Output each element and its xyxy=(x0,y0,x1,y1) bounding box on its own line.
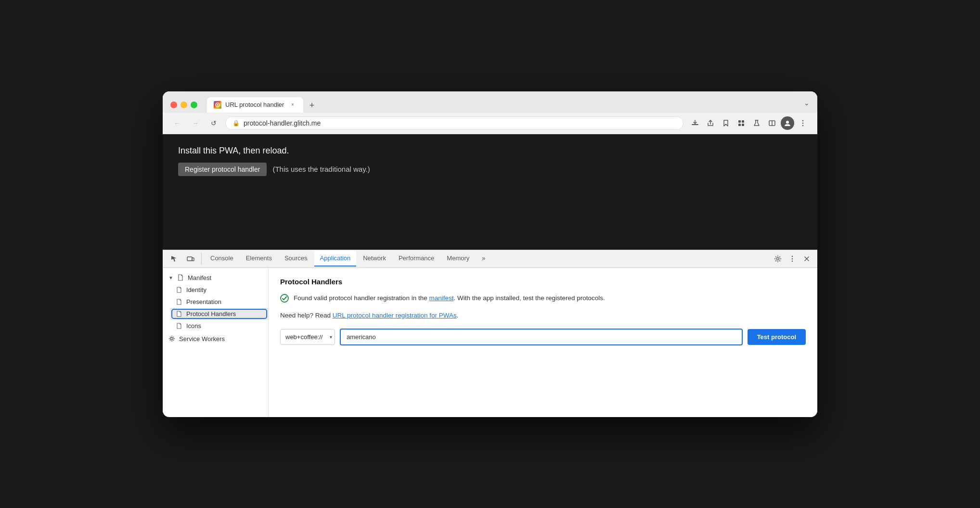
share-icon[interactable] xyxy=(704,116,717,130)
manifest-section: ▼ Manifest Identity xyxy=(163,272,268,332)
tab-application[interactable]: Application xyxy=(314,251,357,267)
tab-network[interactable]: Network xyxy=(357,251,392,267)
svg-rect-1 xyxy=(692,124,698,125)
toolbar-icons xyxy=(688,116,810,130)
extensions-icon[interactable] xyxy=(735,116,748,130)
svg-rect-3 xyxy=(742,120,744,123)
svg-rect-2 xyxy=(738,120,741,123)
help-text-after: . xyxy=(457,312,459,319)
bookmark-icon[interactable] xyxy=(719,116,733,130)
protocol-select[interactable]: web+coffee:// xyxy=(280,329,335,345)
address-text: protocol-handler.glitch.me xyxy=(244,119,676,127)
register-note: (This uses the traditional way.) xyxy=(272,165,370,173)
presentation-document-icon xyxy=(176,299,182,305)
success-check-icon xyxy=(280,294,289,305)
download-icon[interactable] xyxy=(688,116,702,130)
protocol-handlers-document-icon xyxy=(176,311,182,317)
lock-icon: 🔒 xyxy=(232,120,240,127)
sidebar-item-protocol-handlers[interactable]: Protocol Handlers xyxy=(170,308,268,320)
help-text-before: Need help? Read xyxy=(280,312,333,319)
tab-console[interactable]: Console xyxy=(205,251,239,267)
icons-document-icon xyxy=(176,323,182,329)
sidebar-item-presentation[interactable]: Presentation xyxy=(170,296,268,308)
sidebar-item-service-workers[interactable]: Service Workers xyxy=(163,333,268,345)
success-row: Found valid protocol handler registratio… xyxy=(280,293,806,305)
svg-point-9 xyxy=(786,121,789,124)
manifest-link[interactable]: manifest xyxy=(429,294,453,302)
devtools-close-icon[interactable] xyxy=(800,252,813,266)
service-workers-gear-icon xyxy=(168,335,175,342)
sidebar-item-identity[interactable]: Identity xyxy=(170,284,268,296)
success-text-after: . With the app installed, test the regis… xyxy=(453,294,605,302)
svg-point-15 xyxy=(777,257,779,260)
tab-bar: URL protocol handler × + xyxy=(207,97,798,113)
minimize-button[interactable] xyxy=(181,102,187,108)
protocol-input[interactable] xyxy=(340,329,743,345)
tab-dropdown-button[interactable]: ⌄ xyxy=(804,99,810,111)
sidebar-manifest-header[interactable]: ▼ Manifest xyxy=(163,272,268,284)
devtools-main: Protocol Handlers Found valid protocol h… xyxy=(269,268,817,417)
success-text-before: Found valid protocol handler registratio… xyxy=(294,294,429,302)
svg-point-11 xyxy=(802,122,803,123)
devtools: Console Elements Sources Application Net… xyxy=(163,250,817,417)
page-content: Install this PWA, then reload. Register … xyxy=(163,134,817,250)
caret-down-icon: ▼ xyxy=(168,275,173,280)
address-bar: ← → ↺ 🔒 protocol-handler.glitch.me xyxy=(163,113,817,134)
icons-label: Icons xyxy=(186,322,201,330)
labs-icon[interactable] xyxy=(750,116,763,130)
service-workers-label: Service Workers xyxy=(179,335,225,343)
help-row: Need help? Read URL protocol handler reg… xyxy=(280,312,806,319)
svg-point-19 xyxy=(171,338,173,340)
presentation-label: Presentation xyxy=(186,298,221,305)
devtools-settings-icon[interactable] xyxy=(771,252,785,266)
new-tab-button[interactable]: + xyxy=(305,99,319,113)
help-link[interactable]: URL protocol handler registration for PW… xyxy=(333,312,457,319)
back-button[interactable]: ← xyxy=(170,116,184,130)
devtools-body: ▼ Manifest Identity xyxy=(163,268,817,417)
devtools-kebab-icon[interactable] xyxy=(786,252,799,266)
svg-rect-13 xyxy=(187,257,192,261)
split-screen-icon[interactable] xyxy=(765,116,779,130)
forward-button[interactable]: → xyxy=(189,116,202,130)
tab-elements[interactable]: Elements xyxy=(240,251,278,267)
svg-point-10 xyxy=(802,120,803,121)
browser-window: URL protocol handler × + ⌄ ← → ↺ 🔒 proto… xyxy=(163,91,817,417)
profile-avatar[interactable] xyxy=(781,116,794,130)
svg-point-16 xyxy=(792,255,793,256)
manifest-label: Manifest xyxy=(188,274,211,281)
success-text: Found valid protocol handler registratio… xyxy=(294,293,605,303)
menu-icon[interactable] xyxy=(796,116,810,130)
document-icon xyxy=(177,274,184,281)
register-protocol-button[interactable]: Register protocol handler xyxy=(178,163,267,176)
tab-memory[interactable]: Memory xyxy=(441,251,475,267)
active-tab[interactable]: URL protocol handler × xyxy=(207,97,303,113)
tab-more[interactable]: » xyxy=(476,251,491,267)
address-input-wrapper[interactable]: 🔒 protocol-handler.glitch.me xyxy=(225,116,683,130)
svg-point-18 xyxy=(792,260,793,261)
device-toggle-icon[interactable] xyxy=(183,250,198,267)
reload-button[interactable]: ↺ xyxy=(207,116,220,130)
svg-rect-4 xyxy=(738,124,741,126)
tab-title: URL protocol handler xyxy=(225,101,285,108)
tab-sources[interactable]: Sources xyxy=(279,251,313,267)
svg-point-17 xyxy=(792,258,793,259)
panel-title: Protocol Handlers xyxy=(280,278,806,286)
tab-close-button[interactable]: × xyxy=(289,101,297,109)
close-button[interactable] xyxy=(170,102,177,108)
title-bar: URL protocol handler × + ⌄ xyxy=(163,91,817,113)
svg-rect-14 xyxy=(192,258,194,261)
tab-performance[interactable]: Performance xyxy=(393,251,440,267)
identity-label: Identity xyxy=(186,286,206,293)
tab-divider xyxy=(201,253,202,265)
devtools-sidebar: ▼ Manifest Identity xyxy=(163,268,269,417)
devtools-tabs: Console Elements Sources Application Net… xyxy=(163,250,817,268)
inspect-element-icon[interactable] xyxy=(167,250,182,267)
protocol-test-row: web+coffee:// ▾ Test protocol xyxy=(280,329,806,345)
traffic-lights xyxy=(170,102,197,108)
pwa-message: Install this PWA, then reload. xyxy=(178,146,802,156)
tab-favicon xyxy=(214,101,221,109)
test-protocol-button[interactable]: Test protocol xyxy=(748,329,806,345)
maximize-button[interactable] xyxy=(191,102,197,108)
manifest-children: Identity Presentation xyxy=(163,284,268,332)
sidebar-item-icons[interactable]: Icons xyxy=(170,320,268,332)
